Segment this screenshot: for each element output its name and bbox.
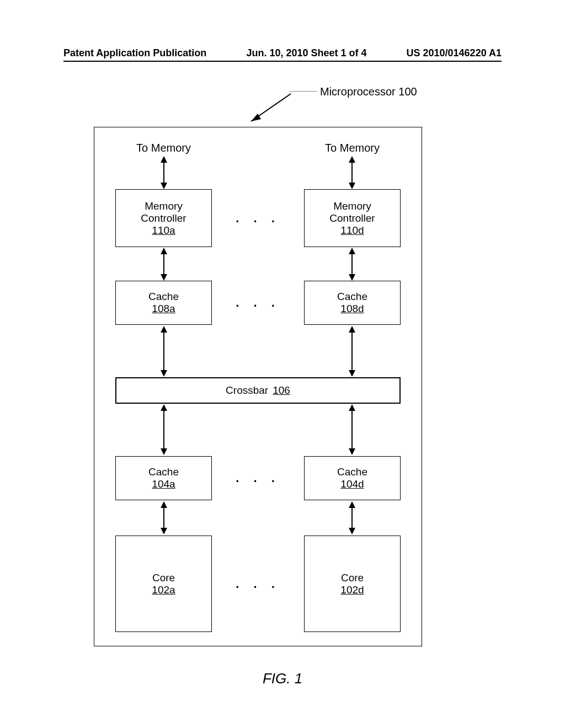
- crossbar-block: Crossbar 106: [115, 377, 401, 404]
- cache-top-left-block: Cache 108a: [115, 281, 212, 325]
- svg-marker-27: [161, 501, 167, 508]
- svg-marker-21: [161, 404, 167, 411]
- double-arrow-icon: [160, 501, 168, 534]
- cache-bottom-left-ref: 104a: [152, 478, 175, 490]
- cache-bottom-right-block: Cache 104d: [304, 456, 401, 500]
- core-right-label: Core: [341, 572, 364, 584]
- svg-marker-6: [349, 156, 355, 163]
- double-arrow-icon: [160, 404, 168, 455]
- svg-marker-31: [349, 528, 355, 534]
- to-memory-left-label: To Memory: [115, 142, 212, 154]
- crossbar-ref: 106: [273, 384, 290, 397]
- mc-right-label: MemoryController: [329, 200, 375, 224]
- cache-bottom-right-label: Cache: [337, 466, 367, 478]
- mc-right-ref: 110d: [340, 224, 364, 237]
- to-memory-right-label: To Memory: [304, 142, 401, 154]
- diagram-callout-label: Microprocessor 100: [320, 85, 417, 98]
- cache-bottom-left-block: Cache 104a: [115, 456, 212, 500]
- cache-bottom-right-ref: 104d: [340, 478, 364, 490]
- double-arrow-icon: [160, 248, 168, 281]
- ellipsis-icon: . . .: [236, 296, 280, 310]
- memory-controller-row: MemoryController 110a . . . MemoryContro…: [94, 189, 422, 247]
- header-left: Patent Application Publication: [63, 47, 206, 59]
- cache-top-row: Cache 108a . . . Cache 108d: [94, 281, 422, 325]
- svg-marker-4: [161, 183, 167, 189]
- cache-bottom-left-label: Cache: [148, 466, 179, 478]
- double-arrow-icon: [160, 156, 168, 189]
- cache-top-right-ref: 108d: [340, 303, 364, 315]
- double-arrow-icon: [348, 156, 356, 189]
- double-arrow-icon: [160, 326, 168, 377]
- header-right: US 2010/0146220 A1: [407, 47, 502, 59]
- svg-marker-12: [349, 248, 355, 254]
- svg-marker-22: [161, 448, 167, 455]
- patent-header: Patent Application Publication Jun. 10, …: [63, 47, 502, 59]
- double-arrow-icon: [348, 404, 356, 455]
- microprocessor-diagram: To Memory To Memory MemoryController 110…: [94, 127, 422, 646]
- svg-marker-16: [161, 370, 167, 377]
- mc-left-ref: 110a: [152, 224, 175, 237]
- ellipsis-icon: . . .: [236, 211, 280, 226]
- header-divider: [63, 61, 502, 62]
- core-row: Core 102a . . . Core 102d: [94, 536, 422, 632]
- svg-marker-3: [161, 156, 167, 163]
- cache-top-right-block: Cache 108d: [304, 281, 401, 325]
- core-left-label: Core: [152, 572, 175, 584]
- callout-tick: [290, 91, 317, 92]
- mc-left-label: MemoryController: [141, 200, 186, 224]
- core-left-ref: 102a: [152, 584, 175, 596]
- svg-marker-28: [161, 528, 167, 534]
- ellipsis-icon: . . .: [236, 577, 280, 591]
- svg-marker-9: [161, 248, 167, 254]
- svg-marker-10: [161, 274, 167, 281]
- svg-marker-7: [349, 183, 355, 189]
- core-right-ref: 102d: [340, 584, 364, 596]
- cache-bottom-row: Cache 104a . . . Cache 104d: [94, 456, 422, 500]
- crossbar-label: Crossbar: [226, 384, 268, 397]
- double-arrow-icon: [348, 248, 356, 281]
- memory-controller-left-block: MemoryController 110a: [115, 189, 212, 247]
- cache-top-left-label: Cache: [148, 291, 179, 303]
- svg-marker-1: [251, 114, 261, 121]
- core-left-block: Core 102a: [115, 536, 212, 632]
- memory-controller-right-block: MemoryController 110d: [304, 189, 401, 247]
- header-center: Jun. 10, 2010 Sheet 1 of 4: [246, 47, 366, 59]
- svg-marker-13: [349, 274, 355, 281]
- callout-arrow-icon: [246, 93, 292, 126]
- svg-marker-18: [349, 326, 355, 333]
- double-arrow-icon: [348, 326, 356, 377]
- cache-top-left-ref: 108a: [152, 303, 175, 315]
- ellipsis-icon: . . .: [236, 471, 280, 485]
- double-arrow-icon: [348, 501, 356, 534]
- svg-marker-15: [161, 326, 167, 333]
- svg-marker-19: [349, 370, 355, 377]
- svg-marker-30: [349, 501, 355, 508]
- svg-marker-25: [349, 448, 355, 455]
- figure-label: FIG. 1: [0, 670, 565, 687]
- cache-top-right-label: Cache: [337, 291, 367, 303]
- core-right-block: Core 102d: [304, 536, 401, 632]
- svg-marker-24: [349, 404, 355, 411]
